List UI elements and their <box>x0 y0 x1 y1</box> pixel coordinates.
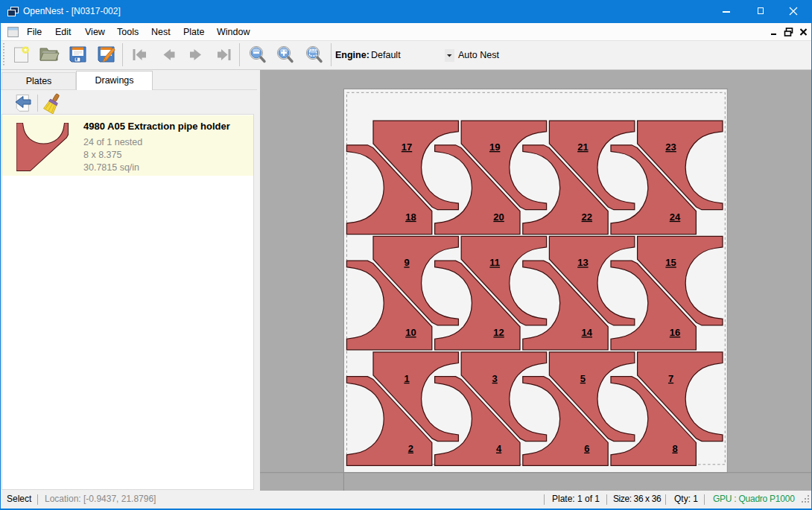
svg-text:22: 22 <box>582 211 592 223</box>
svg-text:11: 11 <box>489 257 500 268</box>
svg-text:9: 9 <box>404 257 409 268</box>
svg-text:10: 10 <box>405 327 416 338</box>
svg-text:2: 2 <box>408 443 413 454</box>
svg-text:4: 4 <box>496 443 502 454</box>
svg-text:24: 24 <box>670 211 681 223</box>
svg-text:7: 7 <box>668 373 673 384</box>
svg-text:19: 19 <box>489 141 500 153</box>
svg-text:20: 20 <box>493 211 504 223</box>
svg-text:23: 23 <box>665 141 676 153</box>
svg-text:18: 18 <box>405 211 416 223</box>
svg-text:12: 12 <box>493 327 504 338</box>
svg-text:3: 3 <box>492 373 498 384</box>
svg-text:14: 14 <box>582 327 593 338</box>
svg-text:16: 16 <box>670 327 680 338</box>
svg-text:5: 5 <box>580 373 586 384</box>
svg-text:13: 13 <box>577 257 588 268</box>
svg-text:17: 17 <box>402 141 412 153</box>
svg-text:1: 1 <box>404 373 409 384</box>
svg-text:15: 15 <box>665 257 676 268</box>
svg-text:6: 6 <box>584 443 589 454</box>
svg-text:8: 8 <box>672 443 677 454</box>
svg-text:21: 21 <box>577 141 588 153</box>
